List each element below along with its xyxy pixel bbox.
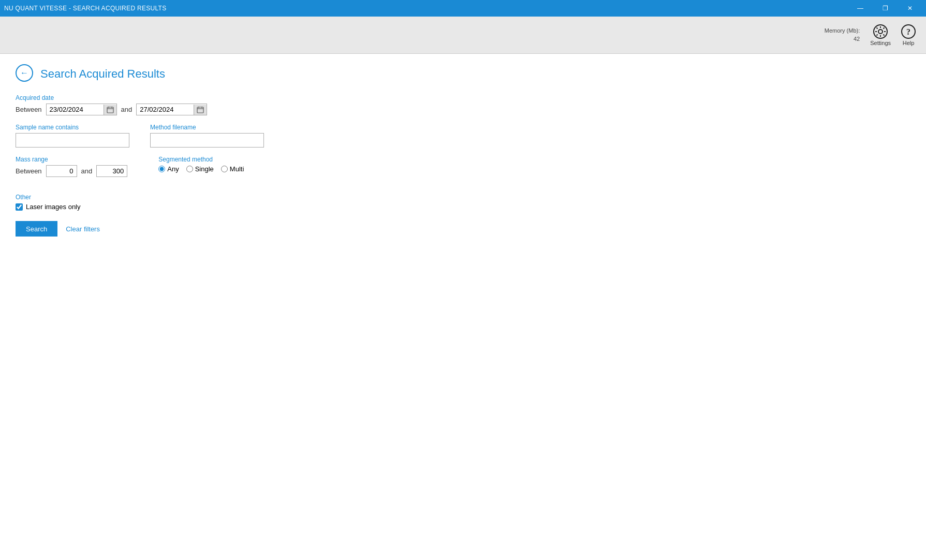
segmented-method-label: Segmented method xyxy=(158,156,244,163)
back-icon: ← xyxy=(16,64,33,82)
title-bar: NU QUANT VITESSE - SEARCH ACQUIRED RESUL… xyxy=(0,0,926,17)
radio-single[interactable]: Single xyxy=(186,165,214,173)
name-method-row: Sample name contains Method filename xyxy=(16,124,910,148)
sample-name-label: Sample name contains xyxy=(16,124,129,131)
mass-between-label: Between xyxy=(16,167,42,175)
radio-any-input[interactable] xyxy=(158,166,165,172)
mass-and-label: and xyxy=(81,167,93,175)
window-controls: — ❐ ✕ xyxy=(848,0,922,17)
radio-single-input[interactable] xyxy=(186,166,193,172)
radio-any[interactable]: Any xyxy=(158,165,179,173)
back-button[interactable]: ← xyxy=(16,64,33,82)
radio-any-label: Any xyxy=(167,165,179,173)
mass-to-input[interactable] xyxy=(96,165,127,177)
help-label: Help xyxy=(903,40,915,46)
toolbar: Memory (Mb): 42 Settings ? Help xyxy=(0,17,926,54)
laser-images-label: Laser images only xyxy=(26,203,81,211)
svg-rect-8 xyxy=(197,107,203,113)
minimize-button[interactable]: — xyxy=(848,0,872,17)
acquired-date-section: Acquired date Between and xyxy=(16,94,910,115)
laser-images-checkbox[interactable] xyxy=(16,203,23,211)
close-button[interactable]: ✕ xyxy=(898,0,922,17)
calendar-icon-2 xyxy=(197,106,204,113)
other-label: Other xyxy=(16,194,910,201)
mass-range-label: Mass range xyxy=(16,156,127,163)
segmented-method-section: Segmented method Any Single Multi xyxy=(158,156,244,177)
radio-multi-input[interactable] xyxy=(221,166,228,172)
page-header: ← Search Acquired Results xyxy=(16,64,910,84)
between-label: Between xyxy=(16,106,42,113)
help-button[interactable]: ? Help xyxy=(901,24,916,46)
acquired-date-label: Acquired date xyxy=(16,94,910,101)
sample-name-col: Sample name contains xyxy=(16,124,129,148)
radio-multi-label: Multi xyxy=(230,165,244,173)
restore-button[interactable]: ❐ xyxy=(873,0,897,17)
laser-images-checkbox-label[interactable]: Laser images only xyxy=(16,203,910,211)
segmented-radio-group: Any Single Multi xyxy=(158,165,244,173)
radio-single-label: Single xyxy=(195,165,214,173)
mass-range-row: Between and xyxy=(16,165,127,177)
svg-rect-4 xyxy=(107,107,113,113)
svg-text:?: ? xyxy=(906,27,910,36)
settings-label: Settings xyxy=(870,40,891,46)
mass-segmented-row: Mass range Between and Segmented method … xyxy=(16,156,910,185)
method-filename-input[interactable] xyxy=(150,133,264,148)
acquired-date-row: Between and xyxy=(16,104,910,115)
settings-button[interactable]: Settings xyxy=(870,24,891,46)
date-to-wrap xyxy=(136,104,207,115)
toolbar-right: Memory (Mb): 42 Settings ? Help xyxy=(825,24,916,46)
clear-filters-button[interactable]: Clear filters xyxy=(62,222,104,236)
date-from-input[interactable] xyxy=(47,104,104,115)
radio-multi[interactable]: Multi xyxy=(221,165,244,173)
action-row: Search Clear filters xyxy=(16,221,910,237)
main-content: ← Search Acquired Results Acquired date … xyxy=(0,54,926,560)
date-from-calendar-button[interactable] xyxy=(104,105,116,115)
date-to-input[interactable] xyxy=(137,104,194,115)
other-section: Other Laser images only xyxy=(16,194,910,211)
method-filename-col: Method filename xyxy=(150,124,264,148)
svg-point-1 xyxy=(878,30,883,34)
date-to-calendar-button[interactable] xyxy=(194,105,207,115)
calendar-icon xyxy=(107,106,114,113)
memory-info: Memory (Mb): 42 xyxy=(825,27,860,43)
gear-icon xyxy=(873,24,888,39)
memory-value: 42 xyxy=(825,35,860,43)
search-button[interactable]: Search xyxy=(16,221,57,237)
title-bar-text: NU QUANT VITESSE - SEARCH ACQUIRED RESUL… xyxy=(4,5,167,12)
and-label: and xyxy=(121,106,133,113)
date-from-wrap xyxy=(46,104,117,115)
mass-from-input[interactable] xyxy=(46,165,77,177)
memory-label: Memory (Mb): xyxy=(825,27,860,35)
page-title: Search Acquired Results xyxy=(40,67,165,81)
sample-name-input[interactable] xyxy=(16,133,129,148)
help-icon: ? xyxy=(901,24,916,39)
method-filename-label: Method filename xyxy=(150,124,264,131)
mass-range-section: Mass range Between and xyxy=(16,156,127,177)
